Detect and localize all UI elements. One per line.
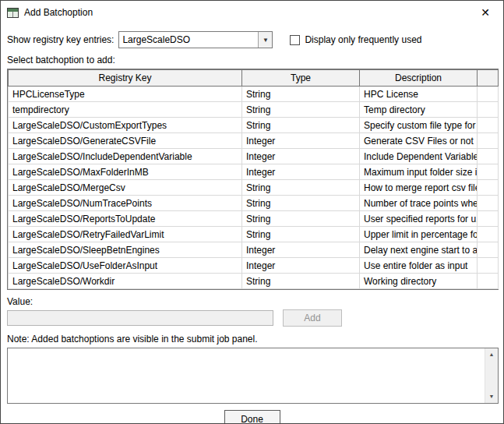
table-row[interactable]: LargeScaleDSO/ReportsToUpdateStringUser …	[9, 211, 499, 227]
registry-key-cell: LargeScaleDSO/GenerateCSVFile	[9, 133, 242, 149]
value-input[interactable]	[7, 310, 273, 326]
table-row[interactable]: LargeScaleDSO/SleepBetnEnginesIntegerDel…	[9, 242, 499, 258]
type-cell: String	[242, 180, 360, 196]
scroll-up-icon[interactable]: ▲	[485, 348, 498, 361]
add-button[interactable]: Add	[283, 309, 342, 327]
type-cell: Integer	[242, 164, 360, 180]
select-batchoption-label: Select batchoption to add:	[7, 55, 497, 65]
registry-key-cell: tempdirectory	[9, 102, 242, 118]
description-cell: Delay next engine start to a...	[360, 242, 478, 258]
registry-key-cell: LargeScaleDSO/NumTracePoints	[9, 196, 242, 211]
table-header-row: Registry Key Type Description	[9, 70, 499, 87]
description-cell: Include Dependent Variable ...	[360, 149, 478, 164]
table-row[interactable]: LargeScaleDSO/GenerateCSVFileIntegerGene…	[9, 133, 499, 149]
spacer-cell	[478, 196, 499, 211]
table-row[interactable]: LargeScaleDSO/MaxFolderInMBIntegerMaximu…	[9, 164, 499, 180]
table-row[interactable]: HPCLicenseTypeStringHPC License	[9, 87, 499, 102]
spacer-cell	[478, 149, 499, 164]
registry-key-cell: LargeScaleDSO/CustomExportTypes	[9, 118, 242, 133]
registry-key-cell: LargeScaleDSO/IncludeDependentVariable	[9, 149, 242, 164]
spacer-cell	[478, 133, 499, 149]
table-row[interactable]: tempdirectoryStringTemp directory	[9, 102, 499, 118]
type-cell: Integer	[242, 242, 360, 258]
type-cell: String	[242, 274, 360, 289]
footer: Done	[7, 410, 497, 424]
spacer-cell	[478, 274, 499, 289]
frequently-used-label: Display only frequently used	[305, 34, 421, 45]
spacer-cell	[478, 242, 499, 258]
description-cell: Number of trace points whe...	[360, 196, 478, 211]
registry-key-cell: HPCLicenseType	[9, 87, 242, 102]
header-registry-key[interactable]: Registry Key	[9, 70, 242, 87]
table-row[interactable]: LargeScaleDSO/WorkdirStringWorking direc…	[9, 274, 499, 289]
registry-key-cell: LargeScaleDSO/ReportsToUpdate	[9, 211, 242, 227]
batchoption-table-wrap: Registry Key Type Description HPCLicense…	[7, 69, 499, 290]
scroll-down-icon[interactable]: ▼	[485, 390, 498, 403]
type-cell: Integer	[242, 149, 360, 164]
value-row: Add	[7, 309, 497, 327]
table-row[interactable]: LargeScaleDSO/CustomExportTypesStringSpe…	[9, 118, 499, 133]
note-panel-text	[11, 351, 481, 401]
description-cell: Specify custom file type for ...	[360, 118, 478, 133]
registry-key-cell: LargeScaleDSO/RetryFailedVarLimit	[9, 227, 242, 242]
description-cell: User specified reports for u...	[360, 211, 478, 227]
spacer-cell	[478, 211, 499, 227]
table-row[interactable]: LargeScaleDSO/RetryFailedVarLimitStringU…	[9, 227, 499, 242]
note-panel[interactable]: ▲ ▼	[7, 348, 499, 404]
spacer-cell	[478, 87, 499, 102]
description-cell: HPC License	[360, 87, 478, 102]
type-cell: Integer	[242, 133, 360, 149]
value-label: Value:	[7, 296, 497, 307]
type-cell: Integer	[242, 258, 360, 274]
titlebar: Add Batchoption ✕	[1, 1, 503, 24]
registry-key-dropdown[interactable]: LargeScaleDSO ▼	[118, 31, 273, 48]
type-cell: String	[242, 102, 360, 118]
registry-key-cell: LargeScaleDSO/MergeCsv	[9, 180, 242, 196]
note-label: Note: Added batchoptions are visible in …	[7, 334, 497, 344]
type-cell: String	[242, 196, 360, 211]
description-cell: Use entire folder as input	[360, 258, 478, 274]
description-cell: Generate CSV Files or not	[360, 133, 478, 149]
description-cell: Temp directory	[360, 102, 478, 118]
registry-row: Show registry key entries: LargeScaleDSO…	[7, 31, 497, 48]
registry-key-cell: LargeScaleDSO/UseFolderAsInput	[9, 258, 242, 274]
frequently-used-checkbox[interactable]	[290, 35, 300, 45]
batchoption-table-body: HPCLicenseTypeStringHPC Licensetempdirec…	[9, 87, 499, 289]
add-batchoption-dialog: Add Batchoption ✕ Show registry key entr…	[0, 0, 504, 424]
registry-key-cell: LargeScaleDSO/MaxFolderInMB	[9, 164, 242, 180]
description-cell: Maximum input folder size in...	[360, 164, 478, 180]
registry-entries-label: Show registry key entries:	[7, 34, 114, 45]
description-cell: Upper limit in percentage fo...	[360, 227, 478, 242]
type-cell: String	[242, 227, 360, 242]
spacer-cell	[478, 258, 499, 274]
close-icon[interactable]: ✕	[467, 2, 503, 24]
table-row[interactable]: LargeScaleDSO/NumTracePointsStringNumber…	[9, 196, 499, 211]
frequently-used-checkbox-wrap[interactable]: Display only frequently used	[290, 34, 421, 45]
batchoption-table: Registry Key Type Description HPCLicense…	[8, 69, 499, 289]
chevron-down-icon[interactable]: ▼	[258, 32, 272, 48]
header-type[interactable]: Type	[242, 70, 360, 87]
spacer-cell	[478, 164, 499, 180]
spacer-cell	[478, 102, 499, 118]
description-cell: How to merge report csv files	[360, 180, 478, 196]
dropdown-selected-value: LargeScaleDSO	[119, 34, 258, 45]
header-spacer	[478, 70, 499, 87]
done-button[interactable]: Done	[224, 410, 280, 424]
table-row[interactable]: LargeScaleDSO/MergeCsvStringHow to merge…	[9, 180, 499, 196]
spacer-cell	[478, 227, 499, 242]
type-cell: String	[242, 211, 360, 227]
registry-key-cell: LargeScaleDSO/SleepBetnEngines	[9, 242, 242, 258]
description-cell: Working directory	[360, 274, 478, 289]
window-title: Add Batchoption	[24, 7, 93, 18]
dialog-body: Show registry key entries: LargeScaleDSO…	[1, 24, 503, 424]
spacer-cell	[478, 118, 499, 133]
type-cell: String	[242, 87, 360, 102]
registry-key-cell: LargeScaleDSO/Workdir	[9, 274, 242, 289]
spacer-cell	[478, 180, 499, 196]
header-description[interactable]: Description	[360, 70, 478, 87]
type-cell: String	[242, 118, 360, 133]
app-icon	[7, 8, 19, 18]
note-panel-scrollbar[interactable]: ▲ ▼	[485, 348, 498, 403]
table-row[interactable]: LargeScaleDSO/IncludeDependentVariableIn…	[9, 149, 499, 164]
table-row[interactable]: LargeScaleDSO/UseFolderAsInputIntegerUse…	[9, 258, 499, 274]
